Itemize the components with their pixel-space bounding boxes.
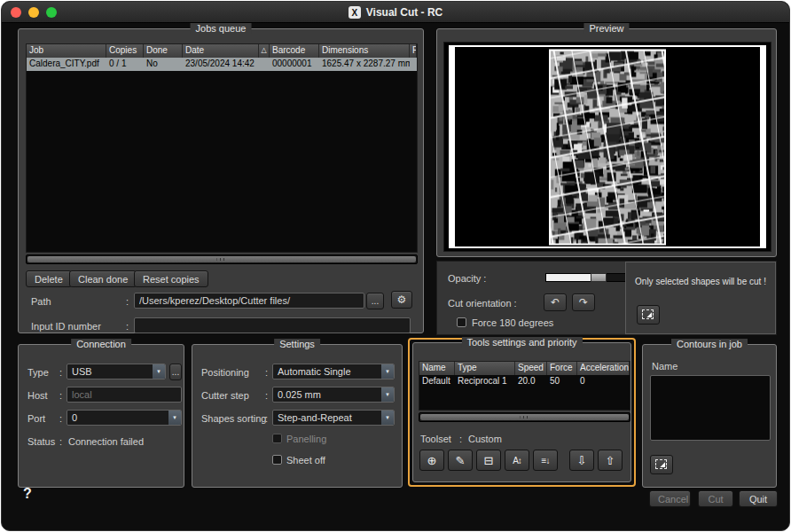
select-contours-button[interactable] [650,455,673,474]
select-shapes-button[interactable] [637,305,660,325]
help-button[interactable]: ? [23,486,32,502]
column-header-acceleration[interactable]: Acceleration [577,362,630,375]
import-toolset-button[interactable]: ⇩ [569,450,594,471]
jobs-queue-title: Jobs queue [191,23,252,34]
rotate-left-button[interactable]: ↶ [544,293,567,311]
jobs-table-hscrollbar[interactable] [26,254,418,264]
delete-tool-icon: ⊟ [484,454,494,467]
reset-copies-button[interactable]: Reset copies [134,270,208,287]
job-preview-image [549,49,666,245]
shapes-sorting-select[interactable]: Step-and-Repeat ▼ [272,410,395,426]
tool-row[interactable]: Default Reciprocal 1 20.0 50 0 [419,375,630,388]
cancel-button[interactable]: Cancel [649,490,691,507]
port-select[interactable]: 0 ▼ [67,410,182,426]
delete-tool-button[interactable]: ⊟ [476,450,501,471]
sheet-off-label: Sheet off [286,455,325,466]
tool-cell-force: 50 [547,375,577,388]
scrollbar-grip[interactable] [27,256,416,262]
shapes-sorting-label: Shapes sorting [201,413,266,424]
job-cell-done: No [144,58,183,71]
tools-highlight-outline: Tools settings and priority Name Type Sp… [408,338,636,487]
settings-title: Settings [274,339,320,349]
tools-table-hscrollbar[interactable] [419,412,630,422]
edit-tool-button[interactable]: ✎ [448,450,473,471]
positioning-label: Positioning [201,367,249,378]
chevron-down-icon: ▼ [168,411,181,425]
sheet-off-checkbox[interactable] [272,455,282,465]
jobs-table-header: Job Copies Done Date △ Barcode Dimension… [27,44,417,58]
force-180-checkbox[interactable] [457,317,466,327]
city-aerial-image [551,51,664,243]
column-header-job[interactable]: Job [27,44,106,58]
column-header-copies[interactable]: Copies [106,44,144,58]
path-label: Path [31,296,51,307]
path-settings-button[interactable]: ⚙ [391,291,412,309]
rotate-right-icon: ↷ [579,296,588,309]
contours-name-label: Name [652,361,677,372]
column-header-date[interactable]: Date [183,44,259,58]
chevron-down-icon: ▼ [380,364,394,379]
app-icon: X [349,6,361,19]
selection-message: Only selected shapes will be cut ! [626,277,775,286]
job-row[interactable]: Caldera_CITY.pdf 0 / 1 No 23/05/2024 14:… [27,58,417,71]
host-label: Host [27,390,48,401]
colon: : [265,390,268,401]
sort-name-button[interactable]: A↕ [505,450,529,471]
positioning-select[interactable]: Automatic Single ▼ [272,364,395,379]
path-input[interactable] [134,293,364,309]
titlebar: X Visual Cut - RC [2,2,789,23]
column-header-force[interactable]: Force [547,362,577,375]
tools-table: Name Type Speed Force Acceleration Defau… [419,361,630,411]
job-cell-dimensions: 1625.47 x 2287.27 mm [319,58,410,71]
job-cell-name: Caldera_CITY.pdf [27,58,106,71]
scrollbar-grip[interactable] [420,414,629,420]
column-header-done[interactable]: Done [144,44,183,58]
add-tool-button[interactable]: ⊕ [419,450,444,471]
edit-tool-icon: ✎ [456,454,466,467]
connection-type-browse-button[interactable]: ... [169,364,182,380]
opacity-slider[interactable] [545,273,627,282]
rotate-right-button[interactable]: ↷ [572,293,595,311]
colon: : [265,413,268,424]
delete-button[interactable]: Delete [26,270,72,287]
main-content: Jobs queue Job Copies Done Date △ Barcod… [2,23,789,530]
opacity-slider-handle[interactable] [591,273,607,282]
panelling-label: Panelling [286,434,326,444]
tools-table-body: Default Reciprocal 1 20.0 50 0 [419,375,630,410]
preview-controls: Opacity : Cut orientation : ↶ ↷ Force 18… [436,261,777,335]
sort-priority-button[interactable]: ≡↓ [533,450,558,471]
force-180-label: Force 180 degrees [472,317,553,328]
colon: : [59,367,62,378]
column-header-file[interactable]: F [410,44,417,58]
input-id-field[interactable] [134,317,411,333]
column-header-type[interactable]: Type [455,362,515,375]
status-label: Status [27,436,55,447]
import-toolset-icon: ⇩ [577,454,587,467]
jobs-table: Job Copies Done Date △ Barcode Dimension… [26,43,418,253]
preview-canvas[interactable] [443,42,771,252]
clean-done-button[interactable]: Clean done [69,270,137,287]
sort-name-icon: A↕ [513,456,521,466]
contours-group: Contours in job Name [642,344,777,488]
cut-button[interactable]: Cut [698,490,733,507]
connection-group: Connection Type : USB ▼ ... Host : Port … [18,344,184,488]
column-header-barcode[interactable]: Barcode [270,44,319,58]
column-header-speed[interactable]: Speed [515,362,547,375]
sort-indicator-icon[interactable]: △ [259,44,270,58]
browse-path-button[interactable]: ... [366,293,384,309]
contours-list[interactable] [650,375,771,441]
quit-button[interactable]: Quit [739,490,778,507]
connection-status: Connection failed [68,436,144,447]
tool-cell-name: Default [419,375,455,388]
input-id-label: Input ID number [31,321,101,332]
column-header-name[interactable]: Name [419,362,455,375]
toolset-label: Toolset [420,434,451,444]
connection-title: Connection [71,339,131,349]
column-header-dimensions[interactable]: Dimensions [319,44,410,58]
export-toolset-button[interactable]: ⇧ [598,450,623,471]
rotate-left-icon: ↶ [551,296,560,309]
tool-cell-acceleration: 0 [577,375,630,388]
connection-type-select[interactable]: USB ▼ [67,364,166,379]
chevron-down-icon: ▼ [152,364,165,379]
cutter-step-select[interactable]: 0.025 mm ▼ [272,387,395,403]
